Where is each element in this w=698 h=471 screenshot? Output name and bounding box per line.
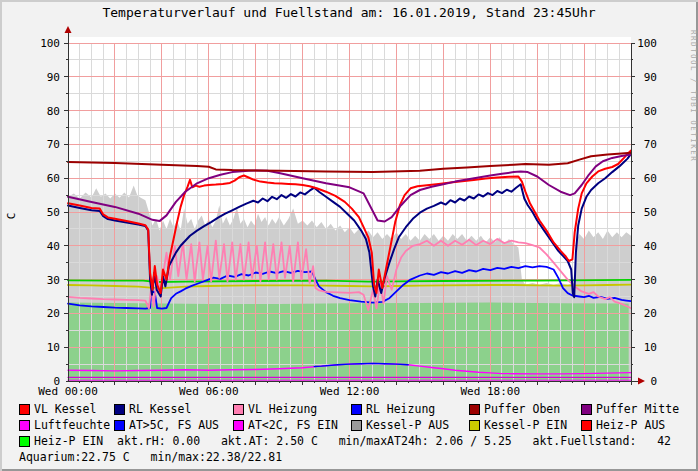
status-values: akt.rH: 0.00 akt.AT: 2.50 C min/maxAT24h… [103, 435, 671, 448]
legend-row-1: VL KesselRL KesselVL HeizungRL HeizungPu… [19, 403, 698, 416]
legend-item-rl-heizung: RL Heizung [351, 403, 469, 416]
legend-swatch [114, 420, 125, 431]
legend-swatch [469, 404, 480, 415]
y-tick-left: 60 [47, 172, 60, 185]
legend-item-heiz-p-ein: Heiz-P EIN [19, 435, 103, 448]
legend-label: AT<2C, FS EIN [248, 419, 338, 432]
legend-item-kessel-p-aus: Kessel-P AUS [351, 419, 469, 432]
legend-item-rl-kessel: RL Kessel [114, 403, 233, 416]
legend-swatch [581, 404, 592, 415]
y-tick-right: 20 [644, 307, 657, 320]
legend-swatch [19, 404, 30, 415]
y-tick-right: 70 [644, 138, 657, 151]
legend-item-vl-heizung: VL Heizung [233, 403, 351, 416]
legend-label: Heiz-P EIN [34, 435, 103, 448]
area-heiz-p-ein [68, 303, 629, 381]
y-tick-left: 100 [40, 37, 60, 50]
y-tick-left: 90 [47, 71, 60, 84]
y-axis-arrow [65, 26, 72, 33]
rrdtool-graph-window: Temperaturverlauf und Fuellstand am: 16.… [0, 0, 698, 471]
x-tick-label: Wed 12:00 [320, 385, 380, 398]
legend-swatch [19, 436, 30, 447]
y-tick-left: 50 [47, 206, 60, 219]
y-tick-left: 30 [47, 274, 60, 287]
legend-label: Luftfeuchte [34, 419, 110, 432]
legend-item-kessel-p-ein: Kessel-P EIN [469, 419, 581, 432]
status-line-aquarium: Aquarium:22.75 C min/max:22.38/22.81 [19, 451, 282, 464]
y-tick-right: 10 [644, 341, 657, 354]
legend-label: Heiz-P AUS [596, 419, 665, 432]
legend-item-puffer-oben: Puffer Oben [469, 403, 581, 416]
x-tick-label: Wed 18:00 [460, 385, 520, 398]
y-axis-unit: C [5, 213, 18, 220]
legend-label: RL Kessel [129, 403, 191, 416]
y-tick-left: 10 [47, 341, 60, 354]
legend-swatch [351, 420, 362, 431]
y-tick-right: 40 [644, 240, 657, 253]
y-tick-right: 80 [644, 105, 657, 118]
y-tick-left: 20 [47, 307, 60, 320]
y-tick-left: 40 [47, 240, 60, 253]
y-tick-right: 60 [644, 172, 657, 185]
rrdtool-watermark: RRDTOOL / TOBI OETIKER [689, 30, 698, 162]
y-tick-right: 50 [644, 206, 657, 219]
legend-label: VL Kessel [34, 403, 96, 416]
gridlines [68, 43, 631, 381]
x-axis-arrow [638, 378, 645, 385]
legend-label: Puffer Oben [484, 403, 560, 416]
y-tick-right: 90 [644, 71, 657, 84]
x-tick-label: Wed 00:00 [38, 385, 98, 398]
y-tick-right: 100 [637, 37, 657, 50]
legend-item-puffer-mitte: Puffer Mitte [581, 403, 698, 416]
legend-swatch [233, 404, 244, 415]
legend-swatch [469, 420, 480, 431]
legend-item-heiz-p-aus: Heiz-P AUS [581, 419, 698, 432]
x-tick-label: Wed 06:00 [179, 385, 239, 398]
temperature-chart: 0010102020303040405050606070708080909010… [0, 0, 698, 400]
legend-label: AT>5C, FS AUS [129, 419, 219, 432]
y-tick-left: 80 [47, 105, 60, 118]
legend-item-luftfeuchte: Luftfeuchte [19, 419, 114, 432]
legend-swatch [351, 404, 362, 415]
legend-label: Kessel-P EIN [484, 419, 567, 432]
legend-item-vl-kessel: VL Kessel [19, 403, 114, 416]
legend-item-at-5c-fs-aus: AT>5C, FS AUS [114, 419, 233, 432]
legend-label: VL Heizung [248, 403, 317, 416]
legend-label: RL Heizung [366, 403, 435, 416]
legend-swatch [114, 404, 125, 415]
legend-label: Puffer Mitte [596, 403, 679, 416]
y-tick-left: 70 [47, 138, 60, 151]
legend-swatch [581, 420, 592, 431]
y-tick-right: 0 [650, 375, 657, 388]
legend-swatch [233, 420, 244, 431]
legend-label: Kessel-P AUS [366, 419, 449, 432]
legend-row-2: LuftfeuchteAT>5C, FS AUSAT<2C, FS EINKes… [19, 419, 698, 432]
legend-swatch [19, 420, 30, 431]
y-tick-right: 30 [644, 274, 657, 287]
aquarium-stats: Aquarium:22.75 C min/max:22.38/22.81 [19, 450, 282, 464]
legend-row-3: Heiz-P EIN akt.rH: 0.00 akt.AT: 2.50 C m… [19, 435, 671, 448]
legend-item-at-2c-fs-ein: AT<2C, FS EIN [233, 419, 351, 432]
